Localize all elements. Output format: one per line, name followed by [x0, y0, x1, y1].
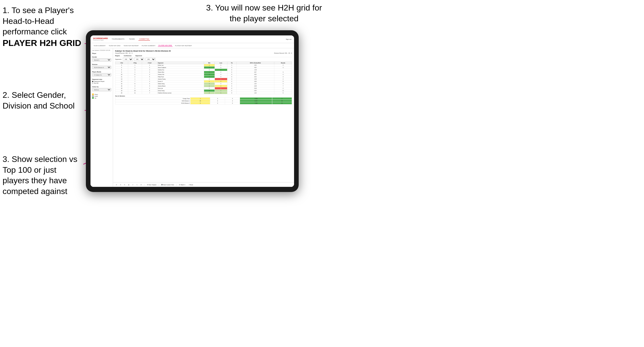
- radio-opponents-played[interactable]: Opponents Played: [92, 81, 111, 82]
- table-cell: 19: [115, 90, 128, 92]
- player-rank-select[interactable]: 8. Katelyn Vo: [92, 73, 111, 76]
- division-record: Division Record: 331 - 34 - 6: [274, 52, 292, 54]
- radio-top100[interactable]: Top 100: [92, 82, 111, 84]
- table-cell: Sharon Mun: [157, 71, 204, 73]
- undo-btn[interactable]: ↺: [115, 184, 118, 186]
- subnav-player-h2h-grid[interactable]: PLAYER H2H GRID: [158, 44, 173, 47]
- instruction-text-2: 2. Select Gender, Division and School: [3, 90, 75, 110]
- opponent-label: Opponent: [135, 55, 142, 56]
- content-subtitle: Overall Record: 353 - 34 - 6 Division Re…: [115, 52, 292, 54]
- legend-down: Down: [92, 93, 111, 95]
- watch-btn[interactable]: 👁 Watch ▾: [178, 184, 186, 186]
- toolbar-icon1[interactable]: ⊞: [127, 184, 130, 186]
- table-cell: 2: [274, 78, 292, 80]
- subnav-team-h2h-grid[interactable]: TEAM H2H GRID: [108, 45, 121, 47]
- toolbar-icon2[interactable]: ↩: [132, 184, 134, 186]
- table-cell: 9: [115, 71, 128, 73]
- sidebar-colour-label: Colour by: [92, 86, 111, 88]
- table-cell: 0: [227, 85, 236, 87]
- subnav-team-summary[interactable]: TEAM SUMMARY: [93, 45, 106, 47]
- table-cell: 2: [142, 66, 157, 69]
- table-cell: 0.30: [236, 90, 274, 92]
- ood-table-cell: 30: [272, 100, 292, 102]
- subnav-player-summary[interactable]: PLAYER SUMMARY: [141, 45, 156, 47]
- table-row: 914Sharon Mun1003.673: [115, 71, 292, 73]
- table-cell: 5: [142, 83, 157, 85]
- sidebar-gender-section: Gender Women's: [92, 56, 111, 62]
- nav-committee[interactable]: COMMITTEE: [138, 38, 150, 41]
- ood-table-cell: 0: [210, 98, 225, 100]
- table-cell: 8: [128, 83, 142, 85]
- table-cell: 1: [204, 64, 215, 66]
- th-diff: Diff Av Strokes/Rnd: [236, 62, 274, 64]
- ood-table-cell: NAIA Division 1: [115, 100, 190, 102]
- ood-table-cell: 15: [190, 100, 210, 102]
- table-cell: 1: [215, 90, 227, 92]
- table-cell: 1: [128, 78, 142, 80]
- gender-select[interactable]: Women's: [92, 58, 111, 62]
- sidebar-division-section: Division NCAA Division III: [92, 64, 111, 69]
- legend-label-up: Up: [95, 97, 96, 99]
- table-cell: 1.50: [236, 64, 274, 66]
- share-btn[interactable]: ↗ Share: [188, 184, 194, 186]
- bottom-toolbar: ↺ ↺ ↻ ⊞ ↩ ↪ ⏱ | 👁 View: Original | 💾 Sav…: [113, 182, 294, 187]
- legend-dot-level: [92, 95, 94, 97]
- th-reg: # Reg: [128, 62, 142, 64]
- save-custom-view-btn[interactable]: 💾 Save Custom View: [160, 184, 175, 186]
- region-filter-group: Region: [115, 55, 120, 56]
- redo-btn[interactable]: ↻: [123, 184, 126, 186]
- region-label: Region: [115, 55, 120, 56]
- table-cell: 1: [142, 64, 157, 66]
- region-select[interactable]: (All): [123, 58, 133, 61]
- opponents-label: Opponents:: [115, 59, 122, 60]
- legend-up: Up: [92, 97, 111, 99]
- th-tie: Tie: [227, 62, 236, 64]
- toolbar-clock[interactable]: ⏱: [140, 184, 143, 186]
- overall-record: Overall Record: 353 - 34 - 6: [115, 52, 133, 54]
- instruction-bottom-left: 3. Show selection vs Top 100 or just pla…: [3, 154, 79, 197]
- table-cell: 10: [128, 90, 142, 92]
- table-cell: 9: [274, 80, 292, 83]
- division-select[interactable]: NCAA Division III: [92, 66, 111, 69]
- table-row: 1822Euna Lee010-5.002: [115, 87, 292, 90]
- subnav-player-h2h-heatmap[interactable]: PLAYER H2H HEATMAP: [175, 45, 192, 47]
- sign-out-link[interactable]: Sign out: [286, 38, 291, 40]
- table-cell: 11: [274, 90, 292, 92]
- ood-table-cell: 0: [225, 100, 240, 102]
- table-row: 1125Heejo Hyun1003.333: [115, 76, 292, 78]
- content-area: Katelyn Vo Head-to-Head Grid for Women's…: [113, 48, 294, 187]
- view-original-btn[interactable]: 👁 View: Original: [146, 184, 157, 186]
- nav-tournaments[interactable]: TOURNAMENTS: [111, 38, 125, 41]
- table-cell: 0: [227, 92, 236, 94]
- table-cell: Jessica Huang: [157, 78, 204, 80]
- table-cell: 5: [142, 76, 157, 78]
- table-cell: 20: [115, 92, 128, 94]
- table-cell: Andrea York: [157, 73, 204, 76]
- conference-select[interactable]: (All): [134, 58, 144, 61]
- opponent-select[interactable]: (All): [145, 58, 156, 61]
- toolbar-icon3[interactable]: ↪: [136, 184, 138, 186]
- table-cell: 3: [274, 76, 292, 78]
- content-title: Katelyn Vo Head-to-Head Grid for Women's…: [115, 50, 292, 52]
- th-win: Win: [204, 62, 215, 64]
- undo2-btn[interactable]: ↺: [119, 184, 122, 186]
- table-cell: [274, 69, 292, 71]
- h2h-table: # Div # Reg # Conf Opponent Win Loss Tie…: [115, 62, 292, 94]
- table-cell: 1: [204, 83, 215, 85]
- radio-dot-top100: [92, 83, 93, 84]
- subnav-team-h2h-heatmap[interactable]: TEAM H2H HEATMAP: [123, 45, 139, 47]
- table-cell: 4.00: [236, 73, 274, 76]
- table-cell: 11: [128, 92, 142, 94]
- table-cell: 0: [227, 69, 236, 71]
- table-cell: 0: [227, 71, 236, 73]
- table-cell: 6: [115, 69, 128, 71]
- sub-nav: TEAM SUMMARY TEAM H2H GRID TEAM H2H HEAT…: [90, 43, 294, 48]
- table-cell: -5.00: [236, 87, 274, 90]
- colour-by-select[interactable]: Win/loss: [92, 88, 111, 91]
- nav-teams[interactable]: TEAMS: [128, 38, 135, 41]
- table-cell: 0: [227, 76, 236, 78]
- table-cell: 0: [215, 83, 227, 85]
- ood-table-row: NAIA Division 115009.26730: [115, 100, 292, 102]
- legend-dot-up: [92, 97, 94, 99]
- table-cell: 16: [115, 85, 128, 87]
